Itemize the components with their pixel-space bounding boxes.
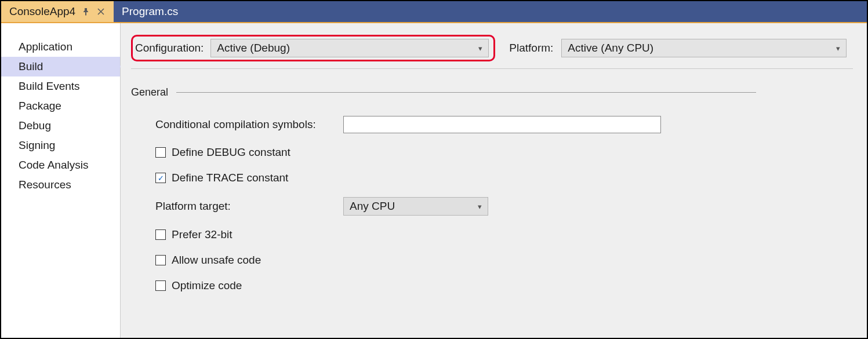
platform-target-value: Any CPU bbox=[350, 200, 395, 213]
tab-label: Program.cs bbox=[122, 5, 178, 18]
sidebar-item-code-analysis[interactable]: Code Analysis bbox=[1, 155, 120, 175]
prefer-32bit-label: Prefer 32-bit bbox=[172, 228, 233, 241]
platform-label: Platform: bbox=[509, 42, 555, 54]
allow-unsafe-label: Allow unsafe code bbox=[172, 254, 261, 267]
pin-icon[interactable] bbox=[81, 7, 90, 16]
main-panel: Configuration: Active (Debug) ▾ Platform… bbox=[121, 23, 867, 338]
tab-program-cs[interactable]: Program.cs bbox=[114, 1, 186, 22]
define-trace-label: Define TRACE constant bbox=[172, 172, 288, 184]
sidebar-item-package[interactable]: Package bbox=[1, 96, 120, 116]
define-debug-checkbox[interactable]: Define DEBUG constant bbox=[155, 146, 853, 159]
optimize-code-label: Optimize code bbox=[172, 279, 242, 292]
allow-unsafe-checkbox[interactable]: Allow unsafe code bbox=[155, 254, 853, 267]
platform-target-dropdown[interactable]: Any CPU ▾ bbox=[343, 197, 488, 216]
section-title: General bbox=[131, 86, 168, 99]
platform-dropdown[interactable]: Active (Any CPU) ▾ bbox=[561, 39, 847, 57]
prefer-32bit-checkbox[interactable]: Prefer 32-bit bbox=[155, 228, 853, 241]
checkbox-icon bbox=[155, 280, 166, 291]
sidebar-item-debug[interactable]: Debug bbox=[1, 116, 120, 136]
platform-target-label: Platform target: bbox=[155, 200, 335, 213]
symbols-input[interactable] bbox=[343, 116, 661, 133]
sidebar: Application Build Build Events Package D… bbox=[1, 23, 121, 338]
sidebar-item-build[interactable]: Build bbox=[1, 57, 120, 76]
tab-bar: ConsoleApp4 Program.cs bbox=[1, 1, 867, 23]
optimize-code-checkbox[interactable]: Optimize code bbox=[155, 279, 853, 292]
checkbox-icon bbox=[155, 229, 166, 240]
sidebar-item-build-events[interactable]: Build Events bbox=[1, 76, 120, 96]
define-trace-checkbox[interactable]: ✓ Define TRACE constant bbox=[155, 172, 853, 184]
symbols-label: Conditional compilation symbols: bbox=[155, 118, 335, 131]
chevron-down-icon: ▾ bbox=[478, 202, 482, 211]
tab-label: ConsoleApp4 bbox=[9, 5, 75, 18]
checkbox-icon bbox=[155, 147, 166, 158]
configuration-highlight: Configuration: Active (Debug) ▾ bbox=[131, 35, 495, 61]
checkbox-icon bbox=[155, 255, 166, 265]
sidebar-item-signing[interactable]: Signing bbox=[1, 136, 120, 155]
section-header-general: General bbox=[131, 86, 853, 99]
checkbox-icon: ✓ bbox=[155, 173, 166, 183]
configuration-value: Active (Debug) bbox=[217, 42, 290, 54]
platform-value: Active (Any CPU) bbox=[568, 42, 653, 54]
chevron-down-icon: ▾ bbox=[836, 44, 840, 53]
tab-consoleapp4[interactable]: ConsoleApp4 bbox=[1, 1, 114, 22]
close-icon[interactable] bbox=[96, 7, 106, 16]
sidebar-item-resources[interactable]: Resources bbox=[1, 175, 120, 195]
sidebar-item-application[interactable]: Application bbox=[1, 37, 120, 57]
configuration-dropdown[interactable]: Active (Debug) ▾ bbox=[210, 39, 489, 57]
section-line bbox=[176, 92, 756, 93]
divider bbox=[131, 68, 853, 69]
define-debug-label: Define DEBUG constant bbox=[172, 146, 290, 159]
chevron-down-icon: ▾ bbox=[478, 44, 482, 53]
configuration-label: Configuration: bbox=[135, 42, 206, 54]
